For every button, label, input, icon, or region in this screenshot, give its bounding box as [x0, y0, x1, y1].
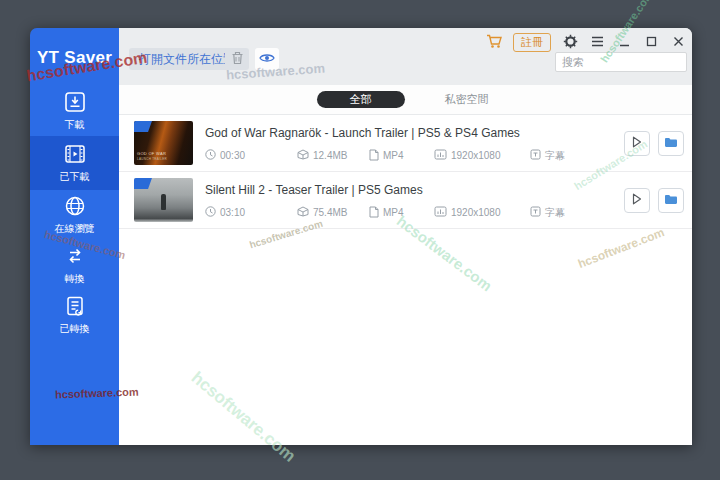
- subtitle-icon: [530, 149, 541, 162]
- folder-icon: [664, 136, 678, 151]
- video-title: Silent Hill 2 - Teaser Trailer | PS5 Gam…: [205, 183, 624, 197]
- maximize-icon: [646, 35, 657, 50]
- cart-icon: [486, 34, 503, 52]
- convert-icon: [63, 244, 87, 268]
- settings-button[interactable]: [562, 35, 578, 51]
- eye-icon: [259, 52, 275, 67]
- sidebar-item-online-browse[interactable]: 在線瀏覽: [30, 190, 119, 240]
- video-list: GOD OF WAR LAUNCH TRAILER God of War Rag…: [119, 115, 692, 445]
- sidebar-item-converted[interactable]: 已轉換: [30, 290, 119, 340]
- package-icon: [297, 206, 309, 219]
- subtitle-icon: [530, 206, 541, 219]
- main-area: 打開文件所在位置: [119, 28, 692, 445]
- cart-button[interactable]: [486, 35, 502, 51]
- download-icon: [63, 90, 87, 114]
- sidebar-item-download[interactable]: 下載: [30, 86, 119, 136]
- video-meta: 00:30 12.4MB MP4: [205, 149, 624, 163]
- delete-button[interactable]: [225, 48, 249, 70]
- video-duration: 00:30: [220, 150, 245, 161]
- search-input[interactable]: [555, 52, 687, 72]
- app-window: YT Saver 下載 已下載: [30, 28, 692, 445]
- play-icon: [632, 193, 642, 208]
- video-duration: 03:10: [220, 207, 245, 218]
- window-controls: 註冊: [486, 33, 686, 52]
- tab-bar: 全部 私密空間: [119, 85, 692, 115]
- video-size: 75.4MB: [313, 207, 347, 218]
- video-resolution: 1920x1080: [451, 150, 501, 161]
- trash-icon: [231, 51, 244, 68]
- maximize-button[interactable]: [643, 35, 659, 51]
- sidebar: YT Saver 下載 已下載: [30, 28, 119, 445]
- video-subtitle: 字幕: [545, 206, 565, 220]
- thumbnail-caption: GOD OF WAR LAUNCH TRAILER: [137, 151, 167, 162]
- sidebar-item-label: 在線瀏覽: [55, 222, 95, 236]
- sidebar-item-downloaded[interactable]: 已下載: [30, 136, 119, 190]
- register-button[interactable]: 註冊: [513, 33, 551, 52]
- sidebar-item-label: 已下載: [60, 170, 90, 184]
- sidebar-item-convert[interactable]: 轉換: [30, 240, 119, 290]
- playstation-badge: [134, 121, 152, 132]
- file-icon: [369, 149, 379, 163]
- video-row[interactable]: Silent Hill 2 - Teaser Trailer | PS5 Gam…: [119, 172, 692, 229]
- playstation-badge: [134, 178, 152, 189]
- play-button[interactable]: [624, 188, 650, 213]
- play-icon: [632, 136, 642, 151]
- file-icon: [369, 206, 379, 220]
- resolution-icon: [434, 149, 447, 162]
- gear-icon: [563, 34, 578, 52]
- menu-icon: [591, 35, 604, 50]
- menu-button[interactable]: [589, 35, 605, 51]
- video-title: God of War Ragnarök - Launch Trailer | P…: [205, 126, 624, 140]
- video-format: MP4: [383, 150, 404, 161]
- minimize-icon: [619, 35, 630, 50]
- package-icon: [297, 149, 309, 162]
- video-thumbnail: [134, 178, 193, 222]
- close-button[interactable]: [670, 35, 686, 51]
- tab-private-space[interactable]: 私密空間: [439, 91, 495, 108]
- sidebar-item-label: 已轉換: [60, 322, 90, 336]
- video-meta: 03:10 75.4MB MP4: [205, 206, 624, 220]
- film-icon: [63, 142, 87, 166]
- open-folder-button[interactable]: [658, 131, 684, 156]
- tab-all[interactable]: 全部: [317, 91, 405, 108]
- sidebar-item-label: 下載: [65, 118, 85, 132]
- resolution-icon: [434, 206, 447, 219]
- video-row[interactable]: GOD OF WAR LAUNCH TRAILER God of War Rag…: [119, 115, 692, 172]
- open-folder-button[interactable]: [658, 188, 684, 213]
- folder-icon: [664, 193, 678, 208]
- video-format: MP4: [383, 207, 404, 218]
- globe-icon: [63, 194, 87, 218]
- video-subtitle: 字幕: [545, 149, 565, 163]
- converted-doc-icon: [63, 294, 87, 318]
- video-resolution: 1920x1080: [451, 207, 501, 218]
- preview-button[interactable]: [255, 48, 279, 70]
- toolbar: 打開文件所在位置: [119, 28, 692, 85]
- clock-icon: [205, 206, 216, 219]
- minimize-button[interactable]: [616, 35, 632, 51]
- close-icon: [673, 35, 684, 50]
- app-title: YT Saver: [30, 48, 119, 68]
- clock-icon: [205, 149, 216, 162]
- video-size: 12.4MB: [313, 150, 347, 161]
- sidebar-item-label: 轉換: [65, 272, 85, 286]
- play-button[interactable]: [624, 131, 650, 156]
- video-thumbnail: GOD OF WAR LAUNCH TRAILER: [134, 121, 193, 165]
